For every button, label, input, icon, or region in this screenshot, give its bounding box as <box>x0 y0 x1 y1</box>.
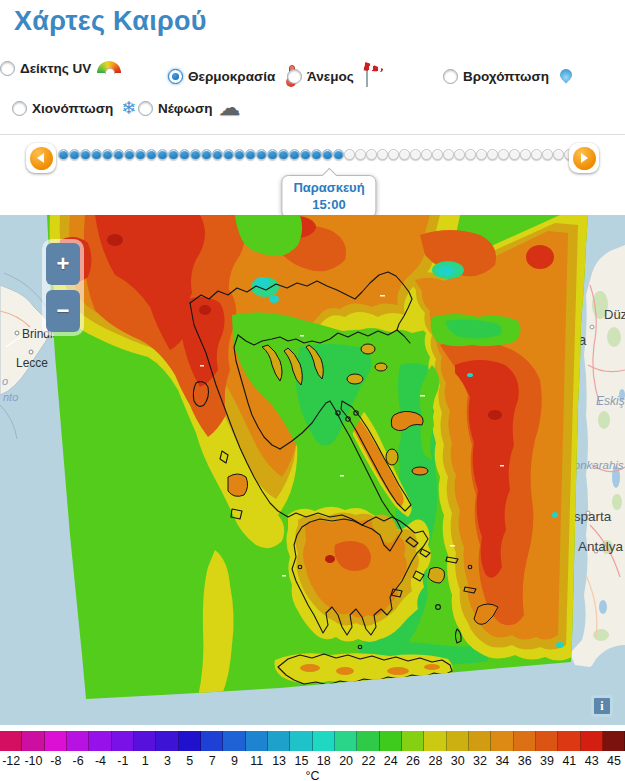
legend-swatch <box>603 731 625 751</box>
timeline-step-dot[interactable] <box>102 149 113 160</box>
legend-value: -6 <box>67 754 89 768</box>
timeline-step-dot[interactable] <box>278 149 289 160</box>
timeline-step-dot[interactable] <box>421 149 432 160</box>
timeline-step-dot[interactable] <box>256 149 267 160</box>
timeline-step-dot[interactable] <box>58 149 69 160</box>
timeline-step-dot[interactable] <box>245 149 256 160</box>
legend-value: 3 <box>156 754 178 768</box>
timeline-step-dot[interactable] <box>542 149 553 160</box>
zoom-in-button[interactable]: + <box>46 243 80 285</box>
timeline-step-dot[interactable] <box>267 149 278 160</box>
timeline-step-dot[interactable] <box>223 149 234 160</box>
timeline-step-dot[interactable] <box>410 149 421 160</box>
legend-swatch <box>67 731 89 751</box>
legend-value: 30 <box>447 754 469 768</box>
map-type-option[interactable]: Άνεμος <box>287 64 383 88</box>
legend-value: 32 <box>469 754 491 768</box>
timeline-step-dot[interactable] <box>553 149 564 160</box>
radio-button[interactable] <box>0 61 15 76</box>
timeline-step-dot[interactable] <box>454 149 465 160</box>
timeline-step-dot[interactable] <box>190 149 201 160</box>
zoom-out-button[interactable]: − <box>46 290 80 332</box>
timeline-step-dot[interactable] <box>509 149 520 160</box>
timeline-step-dot[interactable] <box>300 149 311 160</box>
radio-button[interactable] <box>168 69 183 84</box>
option-label: Νέφωση <box>158 101 212 116</box>
time-slider: Παρασκευή 15:00 <box>0 142 625 214</box>
map-type-option[interactable]: Βροχόπτωση <box>443 64 578 88</box>
option-label: Θερμοκρασία <box>188 69 275 84</box>
timeline-step-dot[interactable] <box>179 149 190 160</box>
timeline-prev-button[interactable] <box>26 143 56 173</box>
timeline-step-dot[interactable] <box>465 149 476 160</box>
legend-value: 22 <box>357 754 379 768</box>
map-info-button[interactable]: i <box>591 695 613 717</box>
option-label: Χιονόπτωση <box>32 101 113 116</box>
timeline-step-dot[interactable] <box>366 149 377 160</box>
radio-button[interactable] <box>443 69 458 84</box>
timeline-step-dot[interactable] <box>388 149 399 160</box>
legend-swatch <box>335 731 357 751</box>
timeline-step-dot[interactable] <box>157 149 168 160</box>
legend-value: 1 <box>134 754 156 768</box>
cloud-icon <box>217 96 241 120</box>
legend-swatch <box>558 731 580 751</box>
map-type-option[interactable]: Χιονόπτωση <box>12 96 142 120</box>
legend-value: 5 <box>179 754 201 768</box>
timeline-step-dot[interactable] <box>399 149 410 160</box>
legend-swatch <box>0 731 22 751</box>
timeline-step-dot[interactable] <box>487 149 498 160</box>
uv-gauge-icon <box>96 56 120 80</box>
timeline-step-dot[interactable] <box>91 149 102 160</box>
timeline-step-dot[interactable] <box>498 149 509 160</box>
legend-value: -1 <box>112 754 134 768</box>
legend-swatch <box>491 731 513 751</box>
timeline-step-dot[interactable] <box>443 149 454 160</box>
timeline-step-dot[interactable] <box>355 149 366 160</box>
timeline-step-dot[interactable] <box>311 149 322 160</box>
timeline-step-dot[interactable] <box>289 149 300 160</box>
timeline-step-dot[interactable] <box>201 149 212 160</box>
timeline-step-dot[interactable] <box>520 149 531 160</box>
timeline-tooltip: Παρασκευή 15:00 <box>281 175 376 218</box>
label-antalya: Antalya <box>578 539 624 554</box>
legend-swatch <box>313 731 335 751</box>
timeline-step-dot[interactable] <box>377 149 388 160</box>
weather-map[interactable]: Brindisi Lecce o nto Düzc karya Eskişe y… <box>0 215 625 725</box>
radio-button[interactable] <box>138 101 153 116</box>
timeline-step-dot[interactable] <box>135 149 146 160</box>
timeline-next-button[interactable] <box>569 143 599 173</box>
legend-swatch <box>581 731 603 751</box>
timeline-step-dot[interactable] <box>146 149 157 160</box>
timeline-step-dot[interactable] <box>333 149 344 160</box>
map-type-option[interactable]: Νέφωση <box>138 96 241 120</box>
legend-swatch <box>402 731 424 751</box>
legend-swatch <box>447 731 469 751</box>
page-title: Χάρτες Καιρού <box>14 6 207 37</box>
legend-swatch <box>357 731 379 751</box>
timeline-step-dot[interactable] <box>476 149 487 160</box>
radio-button[interactable] <box>12 101 27 116</box>
timeline-step-dot[interactable] <box>69 149 80 160</box>
timeline-step-dot[interactable] <box>344 149 355 160</box>
legend-value: -4 <box>89 754 111 768</box>
legend-labels: -12-10-8-6-4-113579111315182022242628303… <box>0 754 625 768</box>
timeline-step-dot[interactable] <box>212 149 223 160</box>
timeline-step-dot[interactable] <box>124 149 135 160</box>
map-type-option[interactable]: Θερμοκρασία <box>168 64 304 88</box>
timeline-step-dot[interactable] <box>80 149 91 160</box>
map-type-option[interactable]: Δείκτης UV <box>0 56 120 80</box>
timeline-step-dot[interactable] <box>531 149 542 160</box>
legend-swatch <box>156 731 178 751</box>
weather-map-canvas[interactable]: Brindisi Lecce o nto Düzc karya Eskişe y… <box>0 215 625 725</box>
radio-button[interactable] <box>287 69 302 84</box>
timeline-step-dot[interactable] <box>322 149 333 160</box>
timeline-step-dot[interactable] <box>113 149 124 160</box>
legend-value: -12 <box>0 754 22 768</box>
legend-unit: °C <box>0 769 625 781</box>
timeline-step-dot[interactable] <box>432 149 443 160</box>
legend-swatch <box>424 731 446 751</box>
timeline-step-dot[interactable] <box>234 149 245 160</box>
timeline-step-dot[interactable] <box>168 149 179 160</box>
legend-value: 45 <box>603 754 625 768</box>
